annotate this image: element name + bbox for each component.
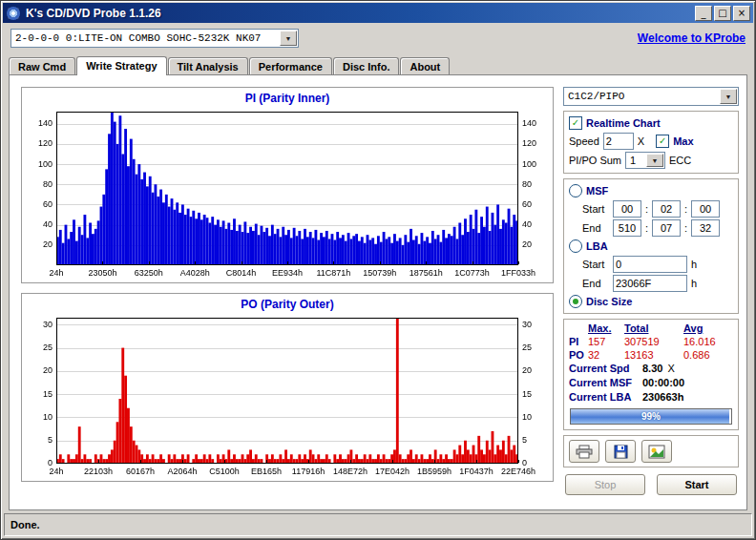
tool-buttons-group [563,435,739,467]
window-title: K's CD/DVD Probe 1.1.26 [26,7,690,20]
msf-separator: : [684,203,687,215]
chevron-down-icon[interactable]: ▼ [280,31,297,46]
lba-start-label: Start [582,259,609,270]
minimize-button[interactable]: _ [695,6,712,21]
msf-start-label: Start [582,203,609,215]
msf-start-field-1[interactable] [613,200,641,218]
tab-write-strategy[interactable]: Write Strategy [76,56,166,75]
pi-chart-title: PI (Parity Inner) [24,90,551,106]
tab-raw-cmd[interactable]: Raw Cmd [9,57,75,74]
options-group: ✓ Realtime Chart Speed X ✓ Max PI/PO Sum… [563,111,739,174]
tab-about[interactable]: About [400,57,450,74]
po-chart-title: PO (Parity Outer) [24,296,551,312]
toolbar: 2-0-0-0 0:LITE-ON COMBO SOHC-5232K NK07 … [1,23,755,53]
capture-button[interactable] [641,440,672,463]
msf-separator: : [645,222,648,234]
msf-separator: : [684,222,687,234]
pipo-sum-select[interactable]: 1 ▼ [625,152,665,169]
minimize-icon: _ [702,9,706,18]
pi-chart: PI (Parity Inner) [21,87,554,283]
chevron-down-icon[interactable]: ▼ [646,154,663,167]
close-button[interactable]: × [733,6,750,21]
mode-select[interactable]: C1C2/PIPO ▼ [563,87,739,106]
msf-start-field-3[interactable] [691,200,720,218]
lba-end-field[interactable] [613,275,687,292]
mode-select-value: C1C2/PIPO [564,91,719,102]
speed-unit-label: X [638,135,644,147]
speed-label: Speed [569,135,599,147]
current-spd-unit: X [667,363,674,374]
msf-end-field-2[interactable] [652,219,681,237]
lba-radio[interactable] [569,239,582,253]
max-speed-checkbox[interactable]: ✓ [656,135,669,148]
pi-max-value: 157 [588,336,624,347]
lba-unit-label: h [691,259,697,270]
chevron-down-icon[interactable]: ▼ [720,89,737,104]
msf-end-field-1[interactable] [613,219,641,237]
speed-input[interactable] [603,133,634,150]
msf-end-label: End [582,222,609,234]
print-button[interactable] [569,440,599,463]
close-icon: × [738,9,746,18]
pipo-sum-value: 1 [626,155,645,166]
realtime-chart-checkbox[interactable]: ✓ [569,116,582,130]
save-button[interactable] [605,440,636,463]
tab-performance[interactable]: Performance [249,57,332,74]
stats-header-avg: Avg [683,322,731,334]
msf-label: MSF [586,185,608,197]
pi-total-value: 307519 [624,336,683,347]
check-icon: ✓ [659,136,666,146]
statusbar: Done. [4,513,752,536]
control-sidebar: C1C2/PIPO ▼ ✓ Realtime Chart Speed X ✓ M… [563,87,739,502]
maximize-button[interactable]: □ [714,6,731,21]
msf-start-field-2[interactable] [652,200,681,218]
floppy-disk-icon [614,445,628,459]
pi-chart-canvas [24,106,551,281]
current-spd-label: Current Spd [569,363,638,374]
drive-select-value: 2-0-0-0 0:LITE-ON COMBO SOHC-5232K NK07 [11,32,279,44]
current-spd-value: 8.30 [642,363,662,374]
progress-text: 99% [571,409,731,424]
lba-start-field[interactable] [613,256,687,273]
start-button[interactable]: Start [657,474,737,495]
stop-button[interactable]: Stop [565,474,645,495]
maximize-icon: □ [718,9,726,18]
app-window: K's CD/DVD Probe 1.1.26 _ □ × 2-0-0-0 0:… [0,0,756,540]
tab-tilt-analysis[interactable]: Tilt Analysis [168,57,248,74]
app-icon [6,6,21,21]
stats-row-po-label: PO [569,349,588,361]
stats-header-total: Total [624,322,683,334]
disc-size-radio[interactable] [569,295,582,308]
titlebar: K's CD/DVD Probe 1.1.26 _ □ × [3,3,753,23]
msf-end-field-3[interactable] [691,219,720,237]
realtime-chart-label: Realtime Chart [586,117,661,129]
stats-header-max: Max. [588,322,624,334]
printer-icon [576,445,593,459]
po-avg-value: 0.686 [683,349,731,361]
current-lba-value: 230663h [642,391,683,403]
pi-avg-value: 16.016 [683,336,731,347]
stats-group: Max. Total Avg PI 157 307519 16.016 PO 3… [563,319,739,430]
range-group: MSF Start : : End : : [563,178,739,314]
current-msf-value: 00:00:00 [642,377,684,388]
po-max-value: 32 [588,349,624,361]
tabstrip: Raw Cmd Write Strategy Tilt Analysis Per… [1,53,755,74]
lba-end-label: End [582,278,609,289]
lba-label: LBA [586,240,608,252]
msf-radio[interactable] [569,184,582,197]
charts-column: PI (Parity Inner) PO (Parity Outer) [21,87,554,502]
tab-disc-info[interactable]: Disc Info. [333,57,400,74]
current-lba-label: Current LBA [569,391,638,403]
write-strategy-page: PI (Parity Inner) PO (Parity Outer) C1C2… [9,74,747,510]
welcome-link[interactable]: Welcome to KProbe [638,31,746,45]
drive-select[interactable]: 2-0-0-0 0:LITE-ON COMBO SOHC-5232K NK07 … [10,29,299,48]
stats-table: Max. Total Avg PI 157 307519 16.016 PO 3… [569,322,733,361]
lba-unit-label: h [691,278,697,289]
status-text: Done. [10,519,40,530]
pipo-sum-label: PI/PO Sum [569,155,621,166]
pipo-sum-unit-label: ECC [669,155,691,166]
disc-size-label: Disc Size [586,296,632,307]
snapshot-image-icon [648,445,665,459]
run-buttons: Stop Start [563,472,739,495]
check-icon: ✓ [572,118,579,128]
